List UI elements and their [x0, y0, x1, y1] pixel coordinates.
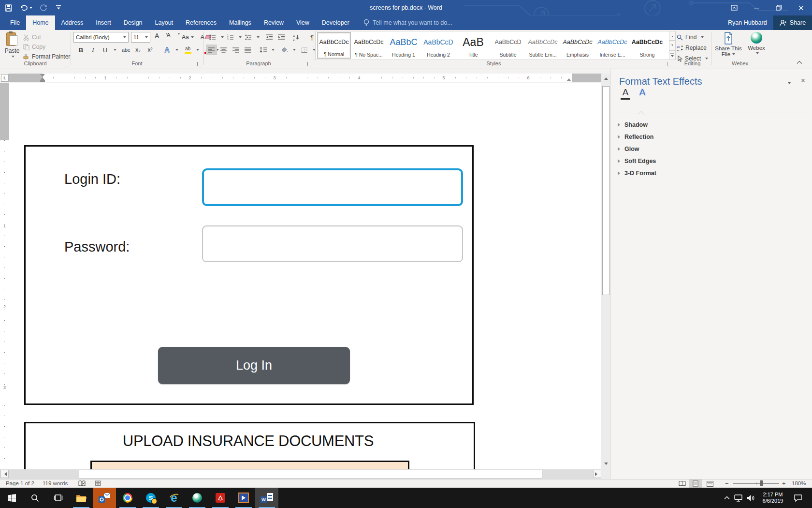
multilevel-list-button[interactable] — [243, 32, 254, 43]
webex-button[interactable]: Webex — [745, 32, 768, 56]
read-mode-button[interactable] — [676, 479, 688, 488]
grow-font-button[interactable]: A — [154, 32, 165, 43]
shading-caret[interactable] — [293, 49, 296, 52]
style-no-spacing[interactable]: AaBbCcDc¶ No Spac... — [352, 32, 386, 59]
text-fill-outline-tab[interactable]: A — [619, 88, 632, 102]
italic-button[interactable]: I — [87, 45, 99, 55]
style-normal[interactable]: AaBbCcDc¶ Normal — [317, 32, 351, 59]
volume-icon[interactable] — [744, 488, 757, 508]
bullets-button[interactable] — [207, 32, 218, 43]
share-this-file-button[interactable]: Share This File — [714, 32, 743, 57]
word-count[interactable]: 119 words — [43, 479, 68, 488]
tab-file[interactable]: File — [4, 15, 26, 30]
file-explorer-button[interactable] — [70, 488, 93, 508]
tab-address[interactable]: Address — [55, 15, 90, 30]
change-case-button[interactable]: Aa — [181, 32, 195, 43]
minimize-icon[interactable] — [745, 0, 768, 15]
clock[interactable]: 2:17 PM 6/6/2019 — [758, 488, 788, 508]
underline-button[interactable]: U — [100, 45, 111, 55]
zoom-level[interactable]: 180% — [792, 479, 806, 488]
scroll-left-icon[interactable] — [0, 470, 9, 478]
find-button[interactable]: Find — [677, 33, 704, 42]
tab-view[interactable]: View — [290, 15, 316, 30]
justify-button[interactable] — [242, 45, 253, 55]
tab-stop-selector[interactable] — [1, 74, 9, 82]
webex-taskbar-button[interactable] — [186, 488, 209, 508]
shrink-font-button[interactable]: A — [166, 32, 177, 43]
section-glow[interactable]: Glow — [618, 144, 639, 154]
superscript-button[interactable]: x² — [145, 45, 156, 55]
style-strong[interactable]: AaBbCcDcStrong — [630, 32, 664, 59]
section-3d-format[interactable]: 3-D Format — [618, 168, 656, 179]
action-center-icon[interactable] — [791, 488, 805, 508]
section-soft-edges[interactable]: Soft Edges — [618, 156, 656, 166]
bullets-caret[interactable] — [221, 36, 224, 40]
decrease-indent-button[interactable] — [263, 32, 275, 43]
increase-indent-button[interactable] — [276, 32, 287, 43]
pane-options-caret[interactable] — [788, 82, 791, 86]
taskbar-search-button[interactable] — [23, 488, 46, 508]
find-caret[interactable] — [701, 36, 704, 40]
align-right-button[interactable] — [230, 45, 241, 55]
horizontal-scroll-thumb[interactable] — [79, 470, 542, 479]
sort-button[interactable]: AZ — [290, 32, 302, 43]
paste-button[interactable]: Paste — [3, 31, 21, 59]
ribbon-display-options-icon[interactable] — [723, 0, 745, 15]
tray-chevron-icon[interactable] — [721, 488, 733, 508]
password-input[interactable] — [202, 225, 463, 262]
network-icon[interactable] — [732, 488, 744, 508]
font-dialog-launcher-icon[interactable] — [197, 62, 202, 66]
clipboard-dialog-launcher-icon[interactable] — [65, 62, 69, 66]
tab-insert[interactable]: Insert — [89, 15, 117, 30]
underline-options-caret[interactable] — [114, 49, 116, 52]
bold-button[interactable]: B — [75, 45, 87, 55]
zoom-out-icon[interactable] — [725, 479, 729, 488]
zoom-slider-thumb[interactable] — [760, 480, 763, 486]
horizontal-scrollbar[interactable] — [0, 469, 610, 479]
highlight-caret[interactable] — [196, 49, 199, 52]
numbering-button[interactable]: 123 — [225, 32, 236, 43]
tab-developer[interactable]: Developer — [316, 15, 356, 30]
style-title[interactable]: AaBTitle — [456, 32, 490, 59]
subscript-button[interactable]: x₂ — [132, 45, 144, 55]
align-left-button[interactable] — [206, 45, 217, 55]
tab-review[interactable]: Review — [258, 15, 290, 30]
style-emphasis[interactable]: AaBbCcDcEmphasis — [561, 32, 594, 59]
tab-home[interactable]: Home — [26, 15, 55, 30]
line-spacing-caret[interactable] — [272, 49, 275, 52]
gallery-scroll-down-icon[interactable] — [669, 41, 676, 50]
tell-me-search[interactable]: Tell me what you want to do... — [363, 15, 452, 30]
style-heading-2[interactable]: AaBbCcDHeading 2 — [421, 32, 455, 59]
outlook-button[interactable] — [93, 488, 116, 508]
login-button[interactable]: Log In — [158, 347, 350, 384]
right-indent-marker[interactable] — [566, 78, 571, 81]
section-reflection[interactable]: Reflection — [618, 132, 653, 142]
scroll-right-icon[interactable] — [593, 470, 601, 478]
style-heading-1[interactable]: AaBbCHeading 1 — [387, 32, 420, 59]
skype-button[interactable] — [139, 488, 162, 508]
tab-references[interactable]: References — [179, 15, 223, 30]
chrome-button[interactable] — [116, 488, 139, 508]
login-id-input[interactable] — [202, 168, 463, 206]
style-subtle-emphasis[interactable]: AaBbCcDcSubtle Em... — [526, 32, 560, 59]
tab-layout[interactable]: Layout — [149, 15, 180, 30]
movies-tv-button[interactable] — [232, 488, 255, 508]
tab-mailings[interactable]: Mailings — [223, 15, 258, 30]
restore-icon[interactable] — [768, 0, 790, 15]
style-subtitle[interactable]: AaBbCcDSubtitle — [491, 32, 525, 59]
font-family-select[interactable]: Calibri (Body) — [73, 32, 129, 43]
gallery-more-icon[interactable] — [669, 50, 676, 60]
vertical-scrollbar[interactable] — [601, 74, 610, 469]
section-shadow[interactable]: Shadow — [618, 120, 648, 130]
first-line-indent-marker[interactable] — [40, 74, 45, 77]
account-name[interactable]: Ryan Hubbard — [728, 15, 767, 30]
borders-button[interactable] — [299, 45, 310, 55]
zoom-in-icon[interactable] — [782, 479, 786, 488]
document-page[interactable]: Login ID: Password: Log In UPLOAD INSURA… — [9, 83, 601, 469]
word-taskbar-button[interactable] — [255, 488, 278, 508]
style-intense-emphasis[interactable]: AaBbCcDcIntense E... — [595, 32, 629, 59]
tab-design[interactable]: Design — [117, 15, 149, 30]
text-effects-tab[interactable]: A — [636, 88, 649, 102]
text-effects-button[interactable]: A — [161, 45, 173, 55]
close-icon[interactable] — [790, 0, 812, 15]
